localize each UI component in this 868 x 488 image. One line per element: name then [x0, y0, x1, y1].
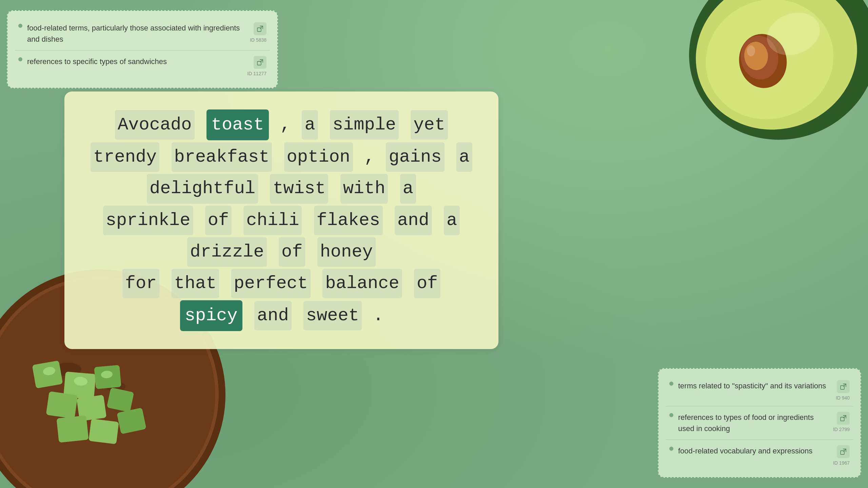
bullet-br-2 [669, 413, 673, 417]
card-item-1-left: food-related terms, particularly those a… [18, 22, 246, 45]
card-item-2-id: ID 11277 [247, 71, 267, 76]
word-avocado: Avocado [115, 110, 194, 140]
word-that: that [172, 269, 219, 298]
word-with: with [340, 174, 388, 203]
main-text-card: Avocado toast , a simple yet trendy brea… [64, 92, 498, 349]
svg-point-6 [747, 45, 755, 56]
card-br-item-2-id: ID 2799 [833, 427, 850, 432]
svg-line-30 [260, 60, 263, 62]
word-twist: twist [270, 174, 328, 203]
word-a-4: a [444, 206, 460, 235]
card-br-item-1-text: terms related to "spasticity" and its va… [678, 380, 826, 391]
external-link-icon-1[interactable] [254, 22, 267, 35]
word-chili: chili [243, 206, 302, 235]
main-sentence: Avocado toast , a simple yet trendy brea… [85, 108, 478, 332]
svg-rect-18 [46, 391, 78, 419]
comma-1: , [280, 115, 291, 135]
word-a-1: a [302, 110, 318, 140]
card-br-item-3-left: food-related vocabulary and expressions [669, 445, 829, 456]
card-br-item-3-right: ID 1967 [833, 445, 850, 466]
svg-line-32 [844, 384, 846, 386]
card-item-2-text: references to specific types of sandwich… [27, 56, 167, 67]
period: . [373, 306, 383, 326]
word-yet: yet [411, 110, 448, 140]
svg-rect-22 [88, 419, 119, 444]
word-for: for [122, 269, 160, 298]
card-item-2: references to specific types of sandwich… [15, 50, 270, 82]
avocado-image [641, 0, 868, 152]
card-item-1-text: food-related terms, particularly those a… [27, 22, 246, 45]
word-breakfast: breakfast [172, 142, 272, 172]
word-delightful: delightful [147, 174, 258, 203]
word-of-2: of [279, 237, 305, 267]
external-link-icon-br-2[interactable] [837, 412, 850, 425]
word-sprinkle: sprinkle [103, 206, 193, 235]
card-br-item-1-id: ID 940 [836, 395, 850, 401]
word-of-3: of [414, 269, 440, 298]
card-item-2-left: references to specific types of sandwich… [18, 56, 243, 67]
card-item-2-right: ID 11277 [247, 56, 267, 76]
card-br-item-3-id: ID 1967 [833, 460, 850, 466]
card-top-left: food-related terms, particularly those a… [7, 10, 278, 88]
card-item-1-id: ID 5838 [250, 37, 267, 43]
bullet-1 [18, 24, 22, 28]
word-a-3: a [400, 174, 416, 203]
card-item-1: food-related terms, particularly those a… [15, 17, 270, 50]
card-br-item-1: terms related to "spasticity" and its va… [666, 375, 853, 406]
word-and-1: and [395, 206, 432, 235]
card-br-item-3: food-related vocabulary and expressions … [666, 440, 853, 471]
bullet-br-3 [669, 447, 673, 451]
word-option: option [284, 142, 353, 172]
svg-rect-21 [56, 415, 88, 443]
external-link-icon-br-1[interactable] [837, 380, 850, 393]
card-br-item-2-right: ID 2799 [833, 412, 850, 432]
card-br-item-2: references to types of food or ingredien… [666, 406, 853, 440]
word-honey: honey [317, 237, 376, 267]
card-br-item-1-right: ID 940 [836, 380, 850, 401]
word-of-1: of [205, 206, 232, 235]
word-trendy: trendy [91, 142, 159, 172]
card-br-item-2-left: references to types of food or ingredien… [669, 412, 829, 434]
word-balance: balance [322, 269, 402, 298]
comma-2: , [364, 147, 375, 167]
word-simple: simple [330, 110, 399, 140]
svg-line-36 [844, 449, 846, 451]
word-drizzle: drizzle [187, 237, 267, 267]
bullet-2 [18, 57, 22, 61]
card-item-1-right: ID 5838 [250, 22, 267, 43]
svg-line-34 [844, 415, 846, 418]
card-br-item-3-text: food-related vocabulary and expressions [678, 445, 812, 456]
external-link-icon-br-3[interactable] [837, 445, 850, 458]
card-br-item-2-text: references to types of food or ingredien… [678, 412, 829, 434]
word-sweet: sweet [303, 301, 362, 330]
external-link-icon-2[interactable] [254, 56, 267, 69]
card-bottom-right: terms related to "spasticity" and its va… [658, 368, 861, 478]
word-a-2: a [456, 142, 472, 172]
word-gains: gains [386, 142, 444, 172]
word-flakes: flakes [314, 206, 383, 235]
word-spicy-highlight: spicy [180, 300, 242, 331]
svg-line-28 [260, 26, 263, 28]
bullet-br-1 [669, 382, 673, 386]
word-toast-highlight: toast [206, 109, 269, 140]
card-br-item-1-left: terms related to "spasticity" and its va… [669, 380, 832, 391]
word-and-2: and [254, 301, 292, 330]
word-perfect: perfect [231, 269, 311, 298]
